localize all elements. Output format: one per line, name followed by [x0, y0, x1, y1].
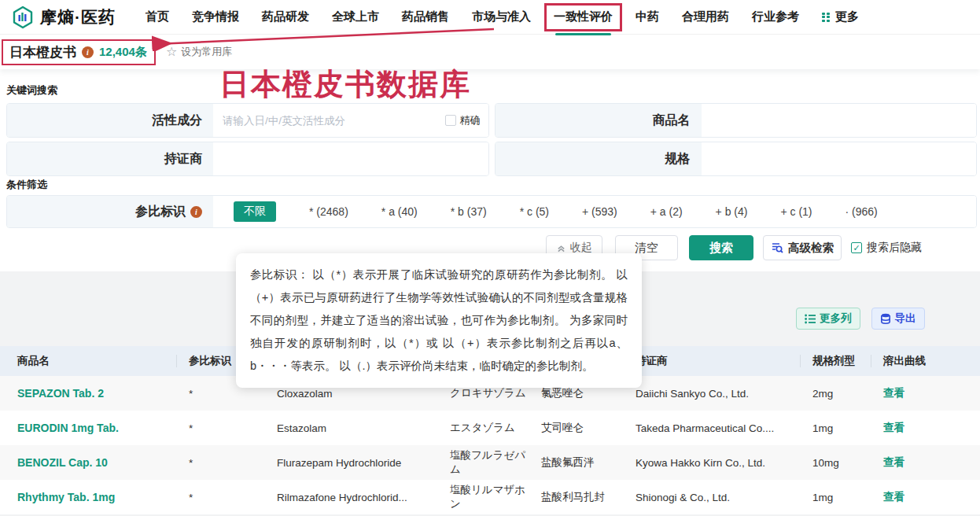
nav-item[interactable]: 竞争情报	[192, 0, 239, 35]
set-favorite-label: 设为常用库	[181, 45, 232, 59]
info-icon[interactable]: i	[82, 46, 94, 58]
field-input-wrap: 精确	[213, 104, 488, 137]
trade-name-link[interactable]: Rhythmy Tab. 1mg	[0, 480, 177, 514]
database-title: 日本橙皮书	[9, 43, 76, 61]
more-columns-label: 更多列	[820, 311, 852, 326]
reference-mark-cell: *	[177, 411, 265, 445]
nav-item[interactable]: 全球上市	[332, 0, 379, 35]
nav-item-label: 合理用药	[682, 9, 729, 24]
view-dissolution-curve-link[interactable]: 查看	[883, 456, 904, 468]
advanced-search-icon	[771, 241, 783, 254]
export-database-icon	[880, 313, 891, 324]
trade-name-input[interactable]	[702, 104, 977, 137]
nav-item[interactable]: 市场与准入	[472, 0, 531, 35]
license-holder-cell: Shionogi & Co., Ltd.	[624, 480, 801, 514]
nav-item-label: 行业参考	[752, 9, 799, 24]
filter-option[interactable]: * a (40)	[381, 205, 418, 218]
license-holder-input[interactable]	[213, 142, 488, 175]
reference-mark-filter-label: 参比标识 i	[7, 196, 213, 227]
nav-item[interactable]: 首页	[146, 0, 169, 35]
view-dissolution-curve-link[interactable]: 查看	[883, 422, 904, 433]
filter-option[interactable]: * b (37)	[451, 205, 487, 218]
active-ingredient-input[interactable]	[213, 104, 445, 137]
annotation-text: 日本橙皮书数据库	[219, 64, 471, 105]
field-trade-name: 商品名	[495, 103, 978, 138]
brand-logo[interactable]: 摩熵·医药	[0, 6, 146, 29]
top-navbar: 摩熵·医药 首页 竞争情报 药品研发	[0, 0, 980, 35]
reference-mark-cell: *	[177, 445, 265, 480]
export-button[interactable]: 导出	[871, 308, 925, 330]
view-dissolution-curve-link[interactable]: 查看	[883, 387, 904, 399]
nav-item[interactable]: 合理用药	[682, 0, 729, 35]
specification-cell: 10mg	[801, 445, 871, 480]
filter-option[interactable]: + (593)	[582, 205, 617, 218]
nav-item-label: 中药	[636, 9, 659, 24]
filter-option[interactable]: 不限	[234, 201, 276, 222]
filter-option[interactable]: + a (2)	[650, 205, 683, 218]
search-button[interactable]: 搜索	[689, 235, 753, 260]
specification-cell: 1mg	[801, 480, 871, 514]
filter-option[interactable]: + c (1)	[780, 205, 812, 218]
nav-item-label: 竞争情报	[192, 9, 239, 24]
checkbox-checked-icon[interactable]	[851, 242, 862, 253]
table-header-cell[interactable]: 持证商 i	[624, 346, 801, 376]
nav-item[interactable]: 更多	[822, 0, 859, 35]
nav-item[interactable]: 药品研发	[262, 0, 309, 35]
hide-after-search-label: 搜索后隐藏	[867, 241, 922, 255]
field-label-specification: 规格	[496, 142, 702, 175]
reference-mark-cell: *	[177, 480, 265, 514]
nav-item-label: 全球上市	[332, 9, 379, 24]
database-titlebar: 日本橙皮书 i 12,404条 ☆ 设为常用库	[0, 35, 980, 69]
field-specification: 规格	[495, 142, 978, 176]
filter-option[interactable]: + b (4)	[716, 205, 748, 218]
table-header-cell[interactable]: 溶出曲线 i	[871, 346, 980, 376]
table-row[interactable]: Rhythmy Tab. 1mg * Rilmazafone Hydrochlo…	[0, 480, 980, 514]
exact-match-checkbox[interactable]: 精确	[445, 113, 481, 127]
nav-item[interactable]: 行业参考	[752, 0, 799, 35]
column-label: 溶出曲线	[883, 354, 926, 368]
search-form-row-1: 活性成分 精确 商品名	[6, 103, 977, 138]
chevron-double-up-icon	[557, 244, 566, 252]
nav-item-label: 一致性评价	[554, 9, 613, 24]
brand-name: 摩熵·医药	[40, 6, 116, 28]
filter-option[interactable]: * c (5)	[520, 205, 549, 218]
keyword-search-section-title: 关键词搜索	[6, 83, 57, 98]
license-holder-cell: Takeda Pharmaceutical Co....	[624, 411, 801, 445]
record-count: 12,404条	[99, 45, 147, 60]
nav-items: 首页 竞争情报 药品研发 全球上市	[146, 0, 882, 35]
export-label: 导出	[895, 311, 916, 326]
view-dissolution-curve-link[interactable]: 查看	[883, 491, 904, 503]
info-icon[interactable]: i	[190, 206, 202, 218]
hide-after-search-checkbox[interactable]: 搜索后隐藏	[851, 241, 922, 255]
trade-name-link[interactable]: EURODIN 1mg Tab.	[0, 411, 177, 445]
filter-option[interactable]: · (966)	[846, 205, 878, 218]
table-row[interactable]: BENOZIL Cap. 10 * Flurazepam Hydrochlori…	[0, 445, 980, 480]
filter-option[interactable]: * (2468)	[309, 205, 348, 218]
ingredient-jp-cell: 塩酸フルラゼパム	[438, 445, 529, 480]
trade-name-link[interactable]: SEPAZON Tab. 2	[0, 376, 177, 411]
trade-name-link[interactable]: BENOZIL Cap. 10	[0, 445, 177, 480]
license-holder-cell: Kyowa Hakko Kirn Co., Ltd.	[624, 445, 801, 480]
apps-grid-icon	[822, 13, 831, 22]
nav-item-label: 药品研发	[262, 9, 309, 24]
exact-match-label: 精确	[460, 113, 481, 127]
field-active-ingredient: 活性成分 精确	[6, 103, 489, 138]
more-columns-button[interactable]: 更多列	[796, 308, 860, 330]
advanced-search-button[interactable]: 高级检索	[763, 235, 842, 260]
column-label: 规格剂型	[812, 354, 855, 368]
table-header-cell[interactable]: 商品名 i	[0, 346, 177, 376]
specification-input[interactable]	[702, 142, 977, 175]
nav-item-label: 药品销售	[402, 9, 449, 24]
table-header-cell[interactable]: 规格剂型 i	[801, 346, 871, 376]
ingredient-jp-cell: 塩酸リルマザホン	[438, 480, 529, 514]
set-favorite-button[interactable]: ☆ 设为常用库	[166, 45, 232, 59]
nav-item[interactable]: 中药	[636, 0, 659, 35]
table-row[interactable]: EURODIN 1mg Tab. * Estazolam エスタゾラム 艾司唑仑…	[0, 411, 980, 445]
ingredient-cn-cell: 盐酸氟西泮	[529, 445, 624, 480]
nav-item[interactable]: 药品销售	[402, 0, 449, 35]
column-label: 参比标识	[189, 354, 231, 368]
checkbox-unchecked-icon[interactable]	[445, 115, 456, 126]
nav-item-label: 市场与准入	[472, 9, 531, 24]
ingredient-cn-cell: 盐酸利马扎封	[529, 480, 624, 514]
nav-item[interactable]: 一致性评价	[554, 0, 613, 35]
